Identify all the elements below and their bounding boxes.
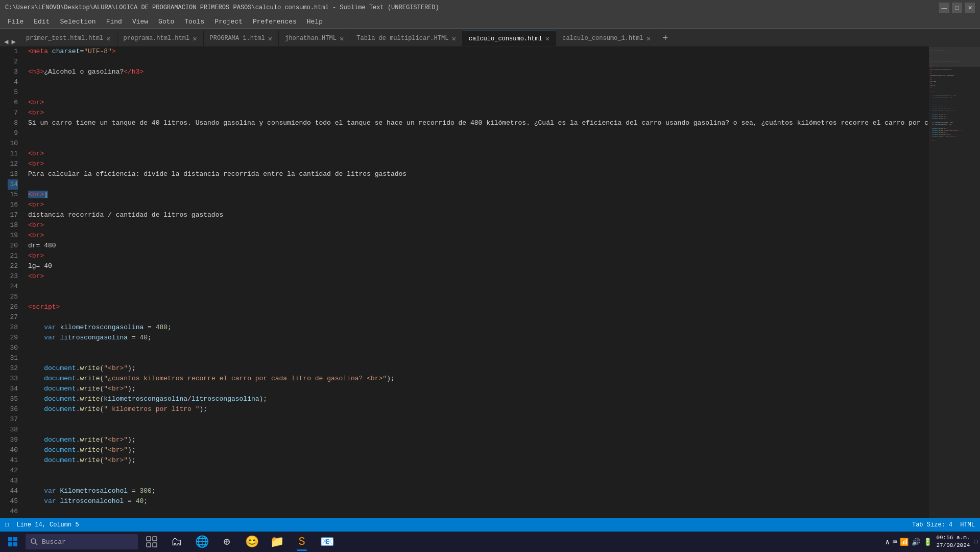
svg-rect-3 xyxy=(13,542,17,546)
tab-programa1-close[interactable]: ✕ xyxy=(268,34,272,43)
taskbar-faces[interactable]: 😊 xyxy=(241,532,263,552)
tab-calculo-consumo-1-label: calculo_consumo_1.html xyxy=(562,35,643,42)
clock-date: 27/08/2024 xyxy=(936,542,970,549)
tray-volume-icon[interactable]: 🔊 xyxy=(912,538,920,546)
taskbar-right: ∧ ⌨ 📶 🔊 🔋 09:56 a.m. 27/08/2024 □ xyxy=(886,534,978,550)
menu-selection[interactable]: Selection xyxy=(55,17,101,27)
search-icon xyxy=(31,538,38,545)
taskbar-sublime[interactable]: S xyxy=(291,532,313,552)
taskbar-chrome[interactable]: ⊕ xyxy=(216,532,238,552)
status-tab-size[interactable]: Tab Size: 4 xyxy=(912,521,952,528)
tab-nav-next[interactable]: ▶ xyxy=(10,37,17,46)
taskview-icon xyxy=(146,536,157,547)
main-area: 12345 678910 1112131415 1617181920 21222… xyxy=(0,47,980,518)
menu-help[interactable]: Help xyxy=(302,17,328,27)
status-language[interactable]: HTML xyxy=(960,521,975,528)
svg-rect-8 xyxy=(147,543,151,547)
tab-jhonathan-label: jhonathan.HTML xyxy=(285,35,337,42)
tray-battery-icon: 🔋 xyxy=(923,538,932,546)
edge-icon: 🌐 xyxy=(195,535,209,549)
svg-line-5 xyxy=(36,543,38,545)
title-bar-controls[interactable]: — □ ✕ xyxy=(939,3,975,13)
status-right: Tab Size: 4 HTML xyxy=(912,521,975,528)
tab-programa[interactable]: programa.html.html ✕ xyxy=(117,31,204,46)
system-tray-icons: ∧ ⌨ 📶 🔊 🔋 xyxy=(886,538,933,546)
line-numbers: 12345 678910 1112131415 1617181920 21222… xyxy=(0,47,23,518)
menu-goto[interactable]: Goto xyxy=(153,17,179,27)
tab-primer-test-label: primer_test.html.html xyxy=(26,35,103,42)
tab-programa-label: programa.html.html xyxy=(124,35,190,42)
title-bar: C:\Users\LENOVO\Desktop\ALURA\LOGICA DE … xyxy=(0,0,980,15)
status-left: □ Line 14, Column 5 xyxy=(5,521,79,528)
menu-preferences[interactable]: Preferences xyxy=(248,17,302,27)
maximize-button[interactable]: □ xyxy=(952,3,962,13)
tab-programa1-label: PROGRAMA 1.html xyxy=(210,35,265,42)
status-square-icon: □ xyxy=(5,521,9,528)
menu-tools[interactable]: Tools xyxy=(179,17,209,27)
taskbar-file-explorer[interactable]: 🗂 xyxy=(165,532,188,552)
clock-time: 09:56 a.m. xyxy=(936,534,970,542)
tab-primer-test-close[interactable]: ✕ xyxy=(106,34,110,43)
tab-tabla-label: Tabla de multiplicar.HTML xyxy=(356,35,448,42)
sublime-icon: S xyxy=(298,536,305,548)
svg-rect-9 xyxy=(153,543,157,547)
svg-point-4 xyxy=(31,539,36,543)
svg-rect-1 xyxy=(13,537,17,541)
code-content[interactable]: <meta charset="UTF-8"> <h3>¿Alcohol o ga… xyxy=(23,47,929,518)
tray-wifi-icon[interactable]: 📶 xyxy=(900,538,909,546)
menu-find[interactable]: Find xyxy=(101,17,127,27)
taskbar-outlook[interactable]: 📧 xyxy=(316,532,338,552)
tray-keyboard-icon: ⌨ xyxy=(893,538,897,546)
tab-calculo-consumo-1[interactable]: calculo_consumo_1.html ✕ xyxy=(556,31,657,46)
outlook-icon: 📧 xyxy=(320,535,334,549)
minimap-slider[interactable] xyxy=(929,47,980,67)
menu-file[interactable]: File xyxy=(3,17,29,27)
code-area: 12345 678910 1112131415 1617181920 21222… xyxy=(0,47,929,518)
minimize-button[interactable]: — xyxy=(939,3,949,13)
title-bar-left: C:\Users\LENOVO\Desktop\ALURA\LOGICA DE … xyxy=(5,4,439,11)
status-line-col[interactable]: Line 14, Column 5 xyxy=(16,521,79,528)
taskbar: Buscar 🗂 🌐 ⊕ 😊 📁 S 📧 ∧ ⌨ xyxy=(0,532,980,552)
close-button[interactable]: ✕ xyxy=(965,3,975,13)
tab-nav-prev[interactable]: ◀ xyxy=(3,37,10,46)
tabs-bar: ◀ ▶ primer_test.html.html ✕ programa.htm… xyxy=(0,29,980,47)
taskview-button[interactable] xyxy=(140,532,163,552)
tab-calculo-consumo-close[interactable]: ✕ xyxy=(545,34,549,43)
svg-rect-7 xyxy=(153,537,157,541)
menu-edit[interactable]: Edit xyxy=(29,17,55,27)
faces-icon: 😊 xyxy=(245,535,259,549)
tab-programa1[interactable]: PROGRAMA 1.html ✕ xyxy=(204,31,279,46)
tab-jhonathan-close[interactable]: ✕ xyxy=(340,34,344,43)
menu-bar: File Edit Selection Find View Goto Tools… xyxy=(0,15,980,29)
tabs-add-button[interactable]: + xyxy=(657,31,673,46)
minimap: meta charset UTF-8 h3 Alcohol o gasolina… xyxy=(929,47,980,518)
title-bar-path: C:\Users\LENOVO\Desktop\ALURA\LOGICA DE … xyxy=(5,4,439,11)
file-explorer-icon: 🗂 xyxy=(171,535,182,549)
notification-button[interactable]: □ xyxy=(974,539,977,545)
status-bar: □ Line 14, Column 5 Tab Size: 4 HTML xyxy=(0,518,980,532)
code-editor[interactable]: 12345 678910 1112131415 1617181920 21222… xyxy=(0,47,929,518)
tab-tabla[interactable]: Tabla de multiplicar.HTML ✕ xyxy=(350,31,462,46)
menu-view[interactable]: View xyxy=(127,17,153,27)
svg-rect-6 xyxy=(147,537,151,541)
tabs-nav[interactable]: ◀ ▶ xyxy=(0,37,20,46)
start-button[interactable] xyxy=(3,532,23,552)
tab-calculo-consumo[interactable]: calculo_consumo.html ✕ xyxy=(463,31,556,46)
svg-rect-0 xyxy=(8,537,12,541)
chrome-icon: ⊕ xyxy=(223,535,230,549)
menu-project[interactable]: Project xyxy=(209,17,248,27)
clock[interactable]: 09:56 a.m. 27/08/2024 xyxy=(936,534,970,550)
tab-jhonathan[interactable]: jhonathan.HTML ✕ xyxy=(279,31,350,46)
folder-icon: 📁 xyxy=(270,535,284,549)
taskbar-search-text: Buscar xyxy=(42,538,66,546)
svg-rect-2 xyxy=(8,542,12,546)
tab-tabla-close[interactable]: ✕ xyxy=(451,34,456,43)
taskbar-search[interactable]: Buscar xyxy=(26,534,138,549)
tab-primer-test[interactable]: primer_test.html.html ✕ xyxy=(20,31,117,46)
taskbar-edge[interactable]: 🌐 xyxy=(190,532,213,552)
tab-calculo-consumo-1-close[interactable]: ✕ xyxy=(647,34,651,43)
tray-arrow-icon[interactable]: ∧ xyxy=(886,538,890,546)
taskbar-folder[interactable]: 📁 xyxy=(266,532,288,552)
tab-programa-close[interactable]: ✕ xyxy=(193,34,197,43)
taskbar-left: Buscar 🗂 🌐 ⊕ 😊 📁 S 📧 xyxy=(3,532,338,552)
